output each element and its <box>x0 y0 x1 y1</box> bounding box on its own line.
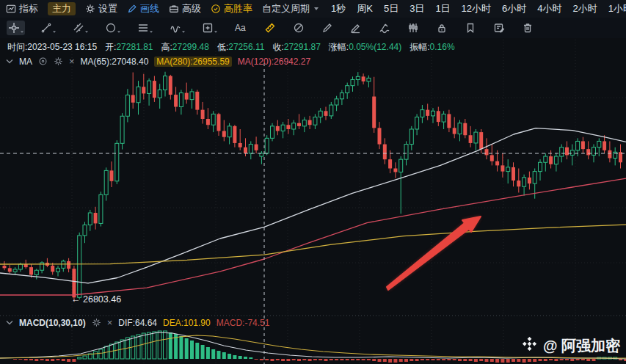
ma120-value: MA(120):26942.27 <box>238 57 310 67</box>
tool-trend-line[interactable] <box>39 21 57 35</box>
amplitude-label: 振幅: <box>410 42 429 52</box>
collapse-chevron-icon[interactable] <box>6 320 13 325</box>
ma-name: MA <box>19 57 32 67</box>
low-label: 低: <box>217 42 228 52</box>
watermark: @ 阿强加密 <box>521 335 620 356</box>
trading-app: 指标 主力 设置 画线 高级 高胜率 自定义周期 1秒 周K 5日 3 <box>0 0 626 364</box>
period-1d[interactable]: 1日 <box>435 2 450 15</box>
settings-label: 设置 <box>98 2 117 15</box>
collapse-chevron-icon[interactable] <box>6 59 13 64</box>
tool-bookmark[interactable] <box>463 21 478 35</box>
main-force-label: 主力 <box>52 2 71 15</box>
tool-horizontal-lines[interactable] <box>136 21 154 35</box>
period-6h[interactable]: 6小时 <box>502 2 526 15</box>
tool-measure-active[interactable] <box>263 21 277 35</box>
tool-text[interactable]: Aa <box>233 21 249 35</box>
drawing-toolbar: Aa <box>0 18 626 38</box>
ma280-line <box>0 225 626 264</box>
tool-candle-pattern[interactable] <box>406 21 421 35</box>
ma65-line <box>0 128 626 283</box>
chevron-down-icon <box>21 31 23 33</box>
annotation-arrow <box>387 216 481 290</box>
pencil-icon <box>127 4 137 14</box>
tool-crosshair[interactable] <box>7 21 25 35</box>
ma280-value: MA(280):26955.59 <box>154 57 231 67</box>
tool-rect-plus[interactable] <box>200 21 219 35</box>
tool-lock[interactable] <box>434 21 449 35</box>
menu-draw[interactable]: 画线 <box>127 2 159 15</box>
tool-pencil[interactable] <box>320 21 335 35</box>
period-12h[interactable]: 12小时 <box>462 2 491 15</box>
tool-delete[interactable] <box>520 21 535 35</box>
period-tabs: 1秒 周K 5日 3日 1日 12小时 6小时 4小时 2小时 1小时 30分钟 <box>331 2 626 15</box>
menu-settings[interactable]: 设置 <box>85 2 117 15</box>
change-label: 涨幅: <box>329 42 349 52</box>
indicator-chart-icon <box>6 4 16 14</box>
tool-ellipse[interactable] <box>103 21 122 35</box>
period-5d[interactable]: 5日 <box>384 2 398 15</box>
dif-value: DIF:64.64 <box>118 318 157 328</box>
period-1s[interactable]: 1秒 <box>331 2 346 15</box>
close-icon[interactable]: × <box>69 56 75 67</box>
binance-logo-icon <box>521 335 538 356</box>
tool-note-edit[interactable] <box>492 21 506 35</box>
close-value: 27291.87 <box>284 42 321 52</box>
main-chart[interactable] <box>0 0 626 364</box>
tool-wave[interactable] <box>168 21 186 35</box>
chevron-down-icon <box>150 31 153 33</box>
chevron-down-icon <box>53 31 56 33</box>
dea-value: DEA:101.90 <box>163 318 211 328</box>
main-toolbar: 指标 主力 设置 画线 高级 高胜率 自定义周期 1秒 周K 5日 3 <box>0 0 626 18</box>
high-value: 27299.48 <box>172 42 209 52</box>
close-icon[interactable]: × <box>107 317 113 328</box>
chevron-down-icon <box>117 31 120 33</box>
menu-indicators[interactable]: 指标 <box>6 2 38 15</box>
open-label: 开: <box>105 42 116 52</box>
gear-icon[interactable] <box>92 318 101 327</box>
menu-main-force[interactable]: 主力 <box>48 2 76 15</box>
target-icon <box>211 4 221 14</box>
low-value: 27256.11 <box>228 42 264 52</box>
period-1w[interactable]: 周K <box>357 2 373 15</box>
time-value: 2023-05-23 16:15 <box>27 42 97 52</box>
macd-name: MACD(10,30,10) <box>19 318 86 328</box>
macd-indicator-bar: MACD(10,30,10) × DIF:64.64 DEA:101.90 MA… <box>6 317 269 328</box>
custom-period-label: 自定义周期 <box>262 2 310 15</box>
grid-layer <box>0 40 626 364</box>
tool-pencil-alt[interactable] <box>349 21 363 35</box>
candles-layer <box>3 72 623 301</box>
period-2h[interactable]: 2小时 <box>573 2 597 15</box>
svg-text:Aa: Aa <box>235 23 246 33</box>
macd-value: MACD:-74.51 <box>216 318 270 328</box>
ma-indicator-bar: MA × MA(65):27048.40 MA(280):26955.59 MA… <box>6 56 310 67</box>
briefcase-icon <box>169 4 179 14</box>
amplitude-value: 0.16% <box>430 42 455 52</box>
gear-icon[interactable] <box>54 57 63 66</box>
period-3d[interactable]: 3日 <box>410 2 424 15</box>
tool-parallel-channel[interactable] <box>71 21 90 35</box>
eye-icon[interactable] <box>38 57 48 66</box>
menu-advanced[interactable]: 高级 <box>169 2 201 15</box>
draw-label: 画线 <box>140 2 159 15</box>
indicators-label: 指标 <box>19 2 38 15</box>
high-label: 高: <box>161 42 172 52</box>
tool-brush[interactable] <box>377 21 392 35</box>
open-value: 27281.81 <box>116 42 153 52</box>
time-label: 时间: <box>7 42 27 52</box>
menu-custom-period[interactable]: 自定义周期 <box>262 2 319 15</box>
menu-win-rate[interactable]: 高胜率 <box>211 2 252 15</box>
tool-circle-line[interactable] <box>291 21 306 35</box>
ma120-line <box>0 178 626 295</box>
chevron-down-icon <box>182 31 185 33</box>
chevron-down-icon <box>314 7 319 10</box>
close-label: 收: <box>272 42 283 52</box>
ohlc-info-bar: 时间:2023-05-23 16:15 开:27281.81 高:27299.4… <box>7 41 455 54</box>
advanced-label: 高级 <box>182 2 201 15</box>
chevron-down-icon <box>85 31 88 33</box>
ma65-value: MA(65):27048.40 <box>81 57 149 67</box>
win-rate-label: 高胜率 <box>224 2 252 15</box>
watermark-handle: @ 阿强加密 <box>543 336 620 356</box>
gear-icon <box>85 4 95 14</box>
period-1h[interactable]: 1小时 <box>608 2 626 15</box>
period-4h[interactable]: 4小时 <box>537 2 561 15</box>
